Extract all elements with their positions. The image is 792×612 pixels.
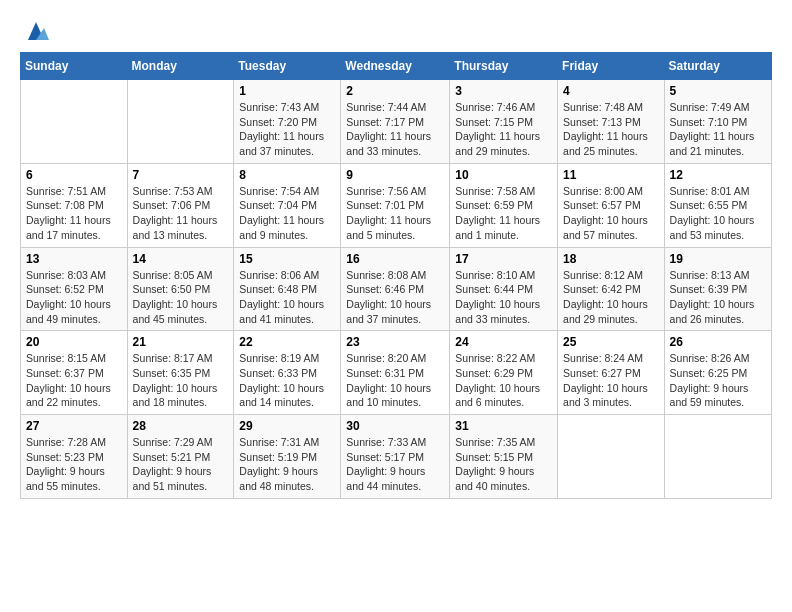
- weekday-header-sunday: Sunday: [21, 53, 128, 80]
- calendar-cell: 3Sunrise: 7:46 AMSunset: 7:15 PMDaylight…: [450, 80, 558, 164]
- day-info: Sunrise: 8:06 AMSunset: 6:48 PMDaylight:…: [239, 268, 335, 327]
- calendar-cell: 25Sunrise: 8:24 AMSunset: 6:27 PMDayligh…: [558, 331, 665, 415]
- logo-icon: [23, 20, 49, 42]
- day-number: 25: [563, 335, 659, 349]
- calendar-cell: 19Sunrise: 8:13 AMSunset: 6:39 PMDayligh…: [664, 247, 771, 331]
- calendar-week-4: 20Sunrise: 8:15 AMSunset: 6:37 PMDayligh…: [21, 331, 772, 415]
- day-info: Sunrise: 8:12 AMSunset: 6:42 PMDaylight:…: [563, 268, 659, 327]
- day-info: Sunrise: 8:24 AMSunset: 6:27 PMDaylight:…: [563, 351, 659, 410]
- day-number: 18: [563, 252, 659, 266]
- calendar-cell: 18Sunrise: 8:12 AMSunset: 6:42 PMDayligh…: [558, 247, 665, 331]
- day-number: 22: [239, 335, 335, 349]
- day-number: 5: [670, 84, 766, 98]
- calendar-cell: 5Sunrise: 7:49 AMSunset: 7:10 PMDaylight…: [664, 80, 771, 164]
- calendar-cell: 31Sunrise: 7:35 AMSunset: 5:15 PMDayligh…: [450, 415, 558, 499]
- calendar-week-2: 6Sunrise: 7:51 AMSunset: 7:08 PMDaylight…: [21, 163, 772, 247]
- day-info: Sunrise: 8:26 AMSunset: 6:25 PMDaylight:…: [670, 351, 766, 410]
- day-number: 8: [239, 168, 335, 182]
- day-number: 19: [670, 252, 766, 266]
- day-info: Sunrise: 7:56 AMSunset: 7:01 PMDaylight:…: [346, 184, 444, 243]
- calendar-cell: 29Sunrise: 7:31 AMSunset: 5:19 PMDayligh…: [234, 415, 341, 499]
- day-number: 23: [346, 335, 444, 349]
- day-number: 15: [239, 252, 335, 266]
- day-number: 4: [563, 84, 659, 98]
- calendar-cell: 28Sunrise: 7:29 AMSunset: 5:21 PMDayligh…: [127, 415, 234, 499]
- day-number: 14: [133, 252, 229, 266]
- day-number: 20: [26, 335, 122, 349]
- day-info: Sunrise: 8:10 AMSunset: 6:44 PMDaylight:…: [455, 268, 552, 327]
- day-number: 2: [346, 84, 444, 98]
- day-info: Sunrise: 8:20 AMSunset: 6:31 PMDaylight:…: [346, 351, 444, 410]
- calendar-cell: 4Sunrise: 7:48 AMSunset: 7:13 PMDaylight…: [558, 80, 665, 164]
- day-number: 31: [455, 419, 552, 433]
- day-info: Sunrise: 8:22 AMSunset: 6:29 PMDaylight:…: [455, 351, 552, 410]
- calendar-cell: 21Sunrise: 8:17 AMSunset: 6:35 PMDayligh…: [127, 331, 234, 415]
- calendar-cell: 23Sunrise: 8:20 AMSunset: 6:31 PMDayligh…: [341, 331, 450, 415]
- day-number: 11: [563, 168, 659, 182]
- day-info: Sunrise: 8:15 AMSunset: 6:37 PMDaylight:…: [26, 351, 122, 410]
- day-info: Sunrise: 7:33 AMSunset: 5:17 PMDaylight:…: [346, 435, 444, 494]
- day-info: Sunrise: 7:43 AMSunset: 7:20 PMDaylight:…: [239, 100, 335, 159]
- day-info: Sunrise: 8:00 AMSunset: 6:57 PMDaylight:…: [563, 184, 659, 243]
- calendar-cell: 12Sunrise: 8:01 AMSunset: 6:55 PMDayligh…: [664, 163, 771, 247]
- calendar-cell: 27Sunrise: 7:28 AMSunset: 5:23 PMDayligh…: [21, 415, 128, 499]
- calendar-week-3: 13Sunrise: 8:03 AMSunset: 6:52 PMDayligh…: [21, 247, 772, 331]
- weekday-header-thursday: Thursday: [450, 53, 558, 80]
- day-number: 10: [455, 168, 552, 182]
- day-info: Sunrise: 7:29 AMSunset: 5:21 PMDaylight:…: [133, 435, 229, 494]
- calendar-table: SundayMondayTuesdayWednesdayThursdayFrid…: [20, 52, 772, 499]
- day-number: 12: [670, 168, 766, 182]
- day-info: Sunrise: 7:46 AMSunset: 7:15 PMDaylight:…: [455, 100, 552, 159]
- calendar-cell: 8Sunrise: 7:54 AMSunset: 7:04 PMDaylight…: [234, 163, 341, 247]
- calendar-cell: [664, 415, 771, 499]
- day-info: Sunrise: 8:13 AMSunset: 6:39 PMDaylight:…: [670, 268, 766, 327]
- day-number: 24: [455, 335, 552, 349]
- day-info: Sunrise: 8:17 AMSunset: 6:35 PMDaylight:…: [133, 351, 229, 410]
- calendar-cell: 7Sunrise: 7:53 AMSunset: 7:06 PMDaylight…: [127, 163, 234, 247]
- day-number: 3: [455, 84, 552, 98]
- calendar-cell: 2Sunrise: 7:44 AMSunset: 7:17 PMDaylight…: [341, 80, 450, 164]
- day-number: 9: [346, 168, 444, 182]
- day-info: Sunrise: 8:08 AMSunset: 6:46 PMDaylight:…: [346, 268, 444, 327]
- day-number: 7: [133, 168, 229, 182]
- day-info: Sunrise: 7:53 AMSunset: 7:06 PMDaylight:…: [133, 184, 229, 243]
- calendar-cell: 16Sunrise: 8:08 AMSunset: 6:46 PMDayligh…: [341, 247, 450, 331]
- calendar-cell: 20Sunrise: 8:15 AMSunset: 6:37 PMDayligh…: [21, 331, 128, 415]
- day-info: Sunrise: 7:48 AMSunset: 7:13 PMDaylight:…: [563, 100, 659, 159]
- weekday-header-monday: Monday: [127, 53, 234, 80]
- calendar-cell: 6Sunrise: 7:51 AMSunset: 7:08 PMDaylight…: [21, 163, 128, 247]
- day-number: 29: [239, 419, 335, 433]
- day-info: Sunrise: 8:05 AMSunset: 6:50 PMDaylight:…: [133, 268, 229, 327]
- calendar-cell: 22Sunrise: 8:19 AMSunset: 6:33 PMDayligh…: [234, 331, 341, 415]
- calendar-cell: 11Sunrise: 8:00 AMSunset: 6:57 PMDayligh…: [558, 163, 665, 247]
- day-number: 17: [455, 252, 552, 266]
- day-info: Sunrise: 7:49 AMSunset: 7:10 PMDaylight:…: [670, 100, 766, 159]
- calendar-cell: 17Sunrise: 8:10 AMSunset: 6:44 PMDayligh…: [450, 247, 558, 331]
- day-number: 1: [239, 84, 335, 98]
- calendar-cell: 26Sunrise: 8:26 AMSunset: 6:25 PMDayligh…: [664, 331, 771, 415]
- day-info: Sunrise: 7:28 AMSunset: 5:23 PMDaylight:…: [26, 435, 122, 494]
- calendar-week-5: 27Sunrise: 7:28 AMSunset: 5:23 PMDayligh…: [21, 415, 772, 499]
- day-number: 6: [26, 168, 122, 182]
- day-info: Sunrise: 8:19 AMSunset: 6:33 PMDaylight:…: [239, 351, 335, 410]
- day-info: Sunrise: 7:44 AMSunset: 7:17 PMDaylight:…: [346, 100, 444, 159]
- calendar-week-1: 1Sunrise: 7:43 AMSunset: 7:20 PMDaylight…: [21, 80, 772, 164]
- weekday-header-wednesday: Wednesday: [341, 53, 450, 80]
- day-number: 28: [133, 419, 229, 433]
- day-number: 30: [346, 419, 444, 433]
- logo: [20, 20, 49, 42]
- day-info: Sunrise: 7:58 AMSunset: 6:59 PMDaylight:…: [455, 184, 552, 243]
- day-number: 26: [670, 335, 766, 349]
- weekday-header-friday: Friday: [558, 53, 665, 80]
- calendar-cell: 14Sunrise: 8:05 AMSunset: 6:50 PMDayligh…: [127, 247, 234, 331]
- day-number: 16: [346, 252, 444, 266]
- day-info: Sunrise: 8:03 AMSunset: 6:52 PMDaylight:…: [26, 268, 122, 327]
- calendar-cell: [127, 80, 234, 164]
- page-header: [20, 20, 772, 42]
- calendar-cell: 1Sunrise: 7:43 AMSunset: 7:20 PMDaylight…: [234, 80, 341, 164]
- weekday-header-tuesday: Tuesday: [234, 53, 341, 80]
- day-info: Sunrise: 8:01 AMSunset: 6:55 PMDaylight:…: [670, 184, 766, 243]
- calendar-cell: 30Sunrise: 7:33 AMSunset: 5:17 PMDayligh…: [341, 415, 450, 499]
- weekday-header-saturday: Saturday: [664, 53, 771, 80]
- calendar-cell: [558, 415, 665, 499]
